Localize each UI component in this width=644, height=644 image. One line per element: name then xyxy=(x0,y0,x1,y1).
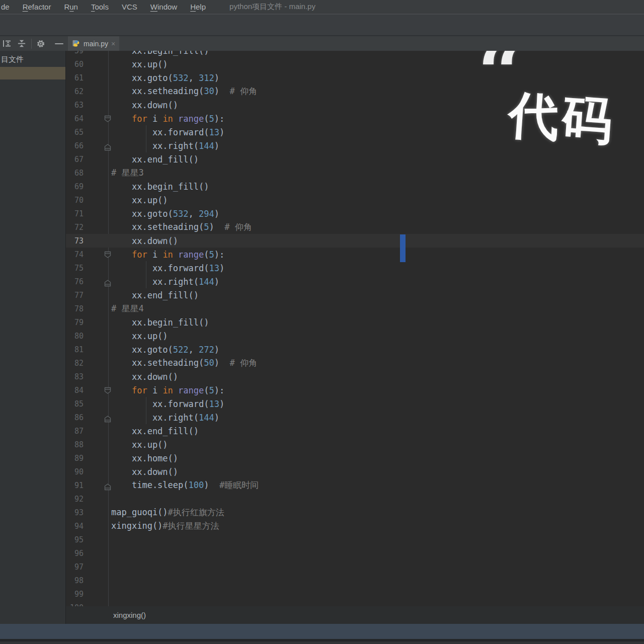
fold-gutter xyxy=(84,465,108,478)
code-text: xx.right(144) xyxy=(108,277,219,287)
tab-main-py[interactable]: main.py × xyxy=(68,36,119,51)
code-line[interactable]: 96 xyxy=(66,546,644,560)
code-line[interactable]: 76 xx.right(144) xyxy=(66,275,644,288)
code-text: xx.end_fill() xyxy=(108,290,199,300)
code-line[interactable]: 74 for i in range(5): xyxy=(66,248,644,261)
line-number: 63 xyxy=(66,101,84,110)
line-number: 70 xyxy=(66,196,84,205)
code-line[interactable]: 67 xx.end_fill() xyxy=(66,152,644,166)
code-line[interactable]: 68# 星星3 xyxy=(66,166,644,180)
line-number: 99 xyxy=(66,590,84,599)
line-number: 90 xyxy=(66,467,84,476)
collapse-all-icon[interactable] xyxy=(17,39,26,48)
indent-guide xyxy=(146,125,146,139)
code-line[interactable]: 62 xx.setheading(30) # 仰角 xyxy=(66,85,644,98)
line-number: 87 xyxy=(66,427,84,436)
code-line[interactable]: 70 xx.up() xyxy=(66,193,644,207)
code-line[interactable]: 75 xx.forward(13) xyxy=(66,261,644,275)
fold-start-icon[interactable] xyxy=(84,248,108,261)
breadcrumb-item[interactable]: xingxing() xyxy=(113,611,146,619)
editor-caret xyxy=(400,234,406,262)
code-line[interactable]: 81 xx.goto(522, 272) xyxy=(66,343,644,356)
code-line[interactable]: 63 xx.down() xyxy=(66,98,644,112)
project-panel[interactable]: 目文件 xyxy=(0,51,66,624)
expand-details-icon[interactable] xyxy=(3,39,12,48)
code-line[interactable]: 80 xx.up() xyxy=(66,329,644,343)
code-line[interactable]: 93map_guoqi()#执行红旗方法 xyxy=(66,506,644,519)
breadcrumb-bar: xingxing() xyxy=(66,606,644,624)
code-text: xx.setheading(5) # 仰角 xyxy=(108,221,252,233)
fold-gutter xyxy=(84,71,108,85)
line-number: 74 xyxy=(66,250,84,259)
code-line[interactable]: 97 xyxy=(66,560,644,574)
code-line[interactable]: 78# 星星4 xyxy=(66,302,644,315)
fold-end-icon[interactable] xyxy=(84,139,108,152)
code-line[interactable]: 90 xx.down() xyxy=(66,465,644,478)
code-line[interactable]: 95 xyxy=(66,533,644,546)
code-line[interactable]: 59 xx.begin_fill() xyxy=(66,51,644,57)
menu-item-help[interactable]: Help xyxy=(184,3,212,11)
code-line[interactable]: 72 xx.setheading(5) # 仰角 xyxy=(66,220,644,234)
menu-item-run[interactable]: Run xyxy=(57,3,85,11)
code-line[interactable]: 92 xyxy=(66,492,644,506)
code-text: xx.down() xyxy=(108,372,178,382)
menu-item-vcs[interactable]: VCS xyxy=(115,3,144,11)
code-line[interactable]: 87 xx.end_fill() xyxy=(66,424,644,438)
code-line[interactable]: 65 xx.forward(13) xyxy=(66,125,644,139)
code-text: xx.up() xyxy=(108,195,168,205)
fold-start-icon[interactable] xyxy=(84,112,108,125)
line-number: 97 xyxy=(66,562,84,572)
hide-panel-icon[interactable] xyxy=(54,39,63,48)
status-toolbar xyxy=(0,624,644,639)
fold-end-icon[interactable] xyxy=(84,275,108,288)
fold-gutter xyxy=(84,125,108,139)
fold-end-icon[interactable] xyxy=(84,411,108,424)
code-line[interactable]: 86 xx.right(144) xyxy=(66,411,644,424)
code-text: xx.home() xyxy=(108,453,178,463)
line-number: 84 xyxy=(66,386,84,395)
fold-gutter xyxy=(84,220,108,234)
code-line[interactable]: 84 for i in range(5): xyxy=(66,383,644,397)
settings-gear-icon[interactable] xyxy=(36,39,45,48)
project-selected-row[interactable] xyxy=(0,67,65,79)
fold-start-icon[interactable] xyxy=(84,383,108,397)
code-text: time.sleep(100) #睡眠时间 xyxy=(108,479,259,491)
code-line[interactable]: 100 xyxy=(66,601,644,606)
menu-item-window[interactable]: Window xyxy=(144,3,184,11)
fold-gutter xyxy=(84,356,108,370)
menu-item-de[interactable]: de xyxy=(0,3,16,11)
code-line-current[interactable]: 73 xx.down() xyxy=(66,234,644,248)
menu-bar: deRefactorRunToolsVCSWindowHelp python项目… xyxy=(0,0,644,14)
code-text: xx.up() xyxy=(108,440,168,450)
code-line[interactable]: 83 xx.down() xyxy=(66,370,644,383)
code-line[interactable]: 60 xx.up() xyxy=(66,57,644,71)
code-line[interactable]: 77 xx.end_fill() xyxy=(66,288,644,302)
menu-item-tools[interactable]: Tools xyxy=(85,3,115,11)
editor-tab-bar: main.py × xyxy=(0,36,644,51)
code-line[interactable]: 91 time.sleep(100) #睡眠时间 xyxy=(66,478,644,492)
menu-item-refactor[interactable]: Refactor xyxy=(16,3,58,11)
code-line[interactable]: 71 xx.goto(532, 294) xyxy=(66,207,644,220)
code-line[interactable]: 89 xx.home() xyxy=(66,451,644,465)
code-line[interactable]: 69 xx.begin_fill() xyxy=(66,180,644,193)
line-number: 96 xyxy=(66,549,84,558)
line-number: 89 xyxy=(66,454,84,463)
code-line[interactable]: 98 xyxy=(66,574,644,587)
code-line[interactable]: 85 xx.forward(13) xyxy=(66,397,644,411)
line-number: 64 xyxy=(66,114,84,123)
line-number: 77 xyxy=(66,291,84,300)
code-line[interactable]: 61 xx.goto(532, 312) xyxy=(66,71,644,85)
fold-end-icon[interactable] xyxy=(84,478,108,492)
code-line[interactable]: 64 for i in range(5): xyxy=(66,112,644,125)
code-line[interactable]: 82 xx.setheading(50) # 仰角 xyxy=(66,356,644,370)
tab-close-icon[interactable]: × xyxy=(111,40,115,47)
code-lines: 59 xx.begin_fill()60 xx.up()61 xx.goto(5… xyxy=(66,51,644,606)
line-number: 100 xyxy=(66,603,84,607)
code-line[interactable]: 66 xx.right(144) xyxy=(66,139,644,152)
code-line[interactable]: 99 xyxy=(66,587,644,601)
code-line[interactable]: 88 xx.up() xyxy=(66,438,644,451)
code-line[interactable]: 79 xx.begin_fill() xyxy=(66,315,644,329)
project-root-item[interactable]: 目文件 xyxy=(1,55,24,64)
code-line[interactable]: 94xingxing()#执行星星方法 xyxy=(66,519,644,533)
code-editor[interactable]: 59 xx.begin_fill()60 xx.up()61 xx.goto(5… xyxy=(66,51,644,606)
